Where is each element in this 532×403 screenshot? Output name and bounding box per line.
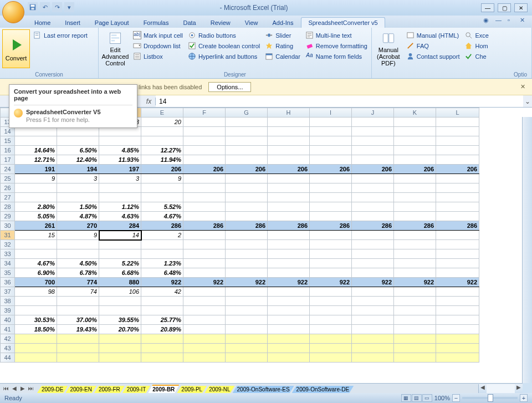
- excel-button[interactable]: Exce: [463, 30, 490, 40]
- col-header-L[interactable]: L: [436, 108, 479, 118]
- cell-H27[interactable]: [268, 193, 310, 202]
- cell-K28[interactable]: [394, 202, 436, 212]
- cell-L25[interactable]: [436, 174, 479, 183]
- sheet-tab-2009-FR[interactable]: 2009-FR: [94, 386, 125, 393]
- cell-D16[interactable]: 4.85%: [99, 146, 141, 155]
- cell-H40[interactable]: [268, 315, 310, 325]
- cell-H44[interactable]: [268, 353, 310, 363]
- ribbon-minimize-icon[interactable]: —: [495, 17, 503, 24]
- cell-J16[interactable]: [352, 146, 394, 155]
- row-header-24[interactable]: 24: [1, 165, 15, 174]
- cell-G29[interactable]: [226, 212, 268, 221]
- last-error-report-button[interactable]: Last error report: [32, 30, 89, 40]
- redo-icon[interactable]: ↷: [52, 2, 62, 12]
- row-header-42[interactable]: 42: [1, 334, 15, 344]
- cell-J39[interactable]: [352, 306, 394, 315]
- cell-D28[interactable]: 1.12%: [99, 202, 141, 212]
- cell-C43[interactable]: [57, 344, 99, 353]
- cell-K37[interactable]: [394, 287, 436, 297]
- cell-C42[interactable]: [57, 334, 99, 344]
- cell-E33[interactable]: [141, 249, 183, 259]
- cell-D26[interactable]: [99, 183, 141, 193]
- hyperlink-buttons-button[interactable]: Hyperlink and buttons: [186, 52, 262, 61]
- zoom-out-button[interactable]: −: [452, 394, 460, 402]
- cell-B32[interactable]: [15, 240, 57, 249]
- zoom-slider[interactable]: [462, 397, 518, 399]
- cell-E25[interactable]: 9: [141, 174, 183, 183]
- cell-G24[interactable]: 206: [226, 165, 268, 174]
- cell-F26[interactable]: [183, 183, 226, 193]
- formula-expand-icon[interactable]: ⌄: [523, 98, 532, 105]
- sheet-next-icon[interactable]: ▶: [19, 385, 27, 391]
- ribbon-tab-spreadsheetconverter-v5[interactable]: SpreadsheetConverter v5: [301, 17, 385, 28]
- cell-I41[interactable]: [310, 325, 352, 334]
- cell-I27[interactable]: [310, 193, 352, 202]
- cell-C33[interactable]: [57, 249, 99, 259]
- cell-F33[interactable]: [183, 249, 226, 259]
- cell-K17[interactable]: [394, 155, 436, 165]
- row-header-17[interactable]: 17: [1, 155, 15, 165]
- cell-I13[interactable]: [310, 118, 352, 127]
- cell-D14[interactable]: [99, 127, 141, 136]
- cell-H16[interactable]: [268, 146, 310, 155]
- cell-G25[interactable]: [226, 174, 268, 183]
- cell-L38[interactable]: [436, 297, 479, 306]
- cell-J25[interactable]: [352, 174, 394, 183]
- cell-I33[interactable]: [310, 249, 352, 259]
- row-header-25[interactable]: 25: [1, 174, 15, 183]
- cell-B24[interactable]: 191: [15, 165, 57, 174]
- cell-I42[interactable]: [310, 334, 352, 344]
- cell-J40[interactable]: [352, 315, 394, 325]
- cell-F16[interactable]: [183, 146, 226, 155]
- cell-L16[interactable]: [436, 146, 479, 155]
- col-header-G[interactable]: G: [226, 108, 268, 118]
- cell-L32[interactable]: [436, 240, 479, 249]
- cell-B25[interactable]: 9: [15, 174, 57, 183]
- cell-F44[interactable]: [183, 353, 226, 363]
- cell-D43[interactable]: [99, 344, 141, 353]
- cell-B27[interactable]: [15, 193, 57, 202]
- row-header-14[interactable]: 14: [1, 127, 15, 136]
- radio-buttons-button[interactable]: Radio buttons: [186, 30, 262, 40]
- cell-I31[interactable]: [310, 231, 352, 240]
- cell-L24[interactable]: 206: [436, 165, 479, 174]
- cell-C34[interactable]: 4.50%: [57, 259, 99, 268]
- cell-E39[interactable]: [141, 306, 183, 315]
- cell-K42[interactable]: [394, 334, 436, 344]
- cell-L33[interactable]: [436, 249, 479, 259]
- cell-I43[interactable]: [310, 344, 352, 353]
- cell-B34[interactable]: 4.67%: [15, 259, 57, 268]
- cell-E29[interactable]: 4.67%: [141, 212, 183, 221]
- cell-K26[interactable]: [394, 183, 436, 193]
- cell-H36[interactable]: 922: [268, 278, 310, 287]
- cell-J15[interactable]: [352, 136, 394, 146]
- cell-H14[interactable]: [268, 127, 310, 136]
- cell-F30[interactable]: 286: [183, 221, 226, 231]
- cell-D34[interactable]: 5.22%: [99, 259, 141, 268]
- help-icon[interactable]: ◉: [483, 17, 491, 24]
- sheet-first-icon[interactable]: ⏮: [2, 385, 10, 391]
- cell-F40[interactable]: [183, 315, 226, 325]
- cell-K32[interactable]: [394, 240, 436, 249]
- cell-D30[interactable]: 284: [99, 221, 141, 231]
- cell-L42[interactable]: [436, 334, 479, 344]
- cell-H24[interactable]: 206: [268, 165, 310, 174]
- cell-H25[interactable]: [268, 174, 310, 183]
- row-header-44[interactable]: 44: [1, 353, 15, 363]
- faq-button[interactable]: FAQ: [405, 41, 462, 50]
- cell-J29[interactable]: [352, 212, 394, 221]
- row-header-41[interactable]: 41: [1, 325, 15, 334]
- cell-I26[interactable]: [310, 183, 352, 193]
- cell-J44[interactable]: [352, 353, 394, 363]
- sheet-last-icon[interactable]: ⏭: [27, 385, 35, 391]
- cell-J17[interactable]: [352, 155, 394, 165]
- cell-B26[interactable]: [15, 183, 57, 193]
- cell-F41[interactable]: [183, 325, 226, 334]
- cell-B30[interactable]: 261: [15, 221, 57, 231]
- row-header-28[interactable]: 28: [1, 202, 15, 212]
- cell-B17[interactable]: 12.71%: [15, 155, 57, 165]
- cell-E37[interactable]: 42: [141, 287, 183, 297]
- cell-I37[interactable]: [310, 287, 352, 297]
- cell-D35[interactable]: 6.68%: [99, 268, 141, 278]
- cell-K36[interactable]: 922: [394, 278, 436, 287]
